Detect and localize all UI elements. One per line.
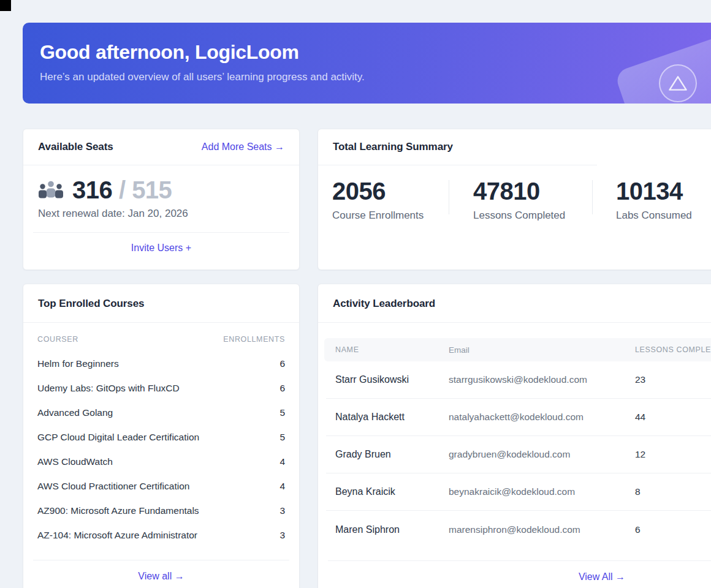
course-enrollments-count: 6 bbox=[279, 358, 285, 369]
course-enrollments-count: 6 bbox=[279, 383, 285, 394]
invite-users-link[interactable]: Invite Users + bbox=[131, 243, 191, 253]
stat-label: Lessons Completed bbox=[473, 209, 592, 222]
greeting-banner: Good afternoon, LogicLoom Here’s an upda… bbox=[23, 23, 711, 104]
seats-count-line: 316 / 515 bbox=[38, 178, 284, 202]
leaderboard-list: Starr Gusikowski starrgusikowski@kodeklo… bbox=[326, 361, 711, 548]
course-row: AWS CloudWatch 4 bbox=[37, 450, 285, 474]
column-email: Email bbox=[449, 345, 635, 355]
stat-value: 2056 bbox=[332, 179, 449, 203]
user-name: Maren Siphron bbox=[326, 524, 449, 535]
course-enrollments-count: 4 bbox=[279, 456, 285, 467]
column-name: NAME bbox=[324, 345, 449, 354]
seats-body: 316 / 515 Next renewal date: Jan 20, 202… bbox=[23, 165, 299, 220]
leaderboard-row: Starr Gusikowski starrgusikowski@kodeklo… bbox=[326, 361, 711, 399]
course-enrollments-count: 3 bbox=[279, 505, 285, 516]
arrow-right-icon: → bbox=[175, 571, 184, 581]
course-row: Udemy Labs: GitOps with FluxCD 6 bbox=[37, 376, 285, 401]
course-name: AWS Cloud Practitioner Certification bbox=[37, 481, 189, 492]
renewal-date-text: Next renewal date: Jan 20, 2026 bbox=[38, 208, 284, 220]
user-name: Grady Bruen bbox=[326, 449, 449, 460]
leaderboard-row: Maren Siphron marensiphron@kodekloud.com… bbox=[326, 511, 711, 548]
user-name: Natalya Hackett bbox=[326, 412, 449, 423]
triangle-icon bbox=[660, 65, 696, 102]
column-course: COURSER bbox=[37, 335, 78, 344]
user-email: starrgusikowski@kodekloud.com bbox=[449, 374, 635, 385]
top-courses-title: Top Enrolled Courses bbox=[38, 298, 144, 310]
course-name: GCP Cloud Digital Leader Certification bbox=[37, 432, 199, 443]
stat-lessons-completed: 47810 Lessons Completed bbox=[449, 179, 592, 222]
seats-total: 515 bbox=[132, 176, 172, 203]
add-more-seats-link[interactable]: Add More Seats → bbox=[202, 141, 284, 153]
course-row: AZ-104: Microsoft Azure Administrator 3 bbox=[37, 523, 285, 548]
leaderboard-view-all-wrap: View All → bbox=[318, 561, 711, 582]
stat-label: Labs Consumed bbox=[616, 209, 692, 222]
stat-course-enrollments: 2056 Course Enrollments bbox=[332, 179, 449, 222]
course-name: Advanced Golang bbox=[37, 407, 113, 418]
course-row: GCP Cloud Digital Leader Certification 5 bbox=[37, 425, 285, 450]
user-email: marensiphron@kodekloud.com bbox=[449, 524, 635, 535]
stat-label: Course Enrollments bbox=[332, 209, 449, 222]
stat-value: 47810 bbox=[473, 179, 592, 203]
course-row: AZ900: Microsoft Azure Fundamentals 3 bbox=[37, 499, 285, 523]
seats-ratio: 316 / 515 bbox=[72, 178, 172, 202]
users-group-icon bbox=[38, 180, 64, 200]
course-enrollments-count: 5 bbox=[279, 432, 285, 443]
course-enrollments-count: 3 bbox=[279, 530, 285, 541]
learning-summary-title: Total Learning Summary bbox=[333, 141, 453, 153]
stat-value: 10134 bbox=[616, 179, 692, 203]
top-courses-list: Helm for Beginners 6 Udemy Labs: GitOps … bbox=[37, 352, 285, 548]
top-courses-columns: COURSER ENROLLMENTS bbox=[37, 335, 285, 344]
course-row: Advanced Golang 5 bbox=[37, 401, 285, 425]
add-more-seats-label: Add More Seats bbox=[202, 141, 272, 152]
arrow-right-icon: → bbox=[275, 141, 284, 152]
course-enrollments-count: 4 bbox=[279, 481, 285, 492]
view-all-label: View All bbox=[579, 571, 613, 582]
user-lessons-completed: 6 bbox=[635, 524, 711, 535]
course-name: AZ900: Microsoft Azure Fundamentals bbox=[37, 505, 199, 516]
user-name: Beyna Kraicik bbox=[326, 486, 449, 497]
corner-artifact bbox=[0, 0, 11, 11]
leaderboard-view-all-link[interactable]: View All → bbox=[579, 571, 625, 582]
logo-play-icon bbox=[659, 64, 697, 102]
available-seats-card: Available Seats Add More Seats → 316 / 5… bbox=[23, 129, 300, 270]
courses-view-all-wrap: View all → bbox=[23, 560, 299, 582]
plus-icon: + bbox=[186, 243, 191, 253]
learning-summary-header: Total Learning Summary bbox=[318, 129, 711, 165]
course-name: AZ-104: Microsoft Azure Administrator bbox=[37, 530, 197, 541]
leaderboard-columns: NAME Email LESSONS COMPLETED bbox=[324, 338, 711, 361]
top-courses-body: COURSER ENROLLMENTS Helm for Beginners 6… bbox=[23, 335, 299, 548]
invite-users-wrap: Invite Users + bbox=[23, 233, 299, 254]
top-courses-header: Top Enrolled Courses bbox=[23, 284, 299, 323]
column-lessons-completed: LESSONS COMPLETED bbox=[635, 345, 711, 354]
leaderboard-title: Activity Leaderboard bbox=[333, 298, 435, 310]
course-row: AWS Cloud Practitioner Certification 4 bbox=[37, 474, 285, 499]
course-name: Udemy Labs: GitOps with FluxCD bbox=[37, 383, 180, 394]
course-enrollments-count: 5 bbox=[279, 407, 285, 418]
user-lessons-completed: 12 bbox=[635, 449, 711, 460]
leaderboard-row: Grady Bruen gradybruen@kodekloud.com 12 bbox=[326, 436, 711, 473]
view-all-label: View all bbox=[138, 571, 172, 581]
leaderboard-row: Beyna Kraicik beynakraicik@kodekloud.com… bbox=[326, 473, 711, 511]
available-seats-title: Available Seats bbox=[38, 141, 113, 153]
seats-slash: / bbox=[119, 176, 126, 203]
user-email: beynakraicik@kodekloud.com bbox=[449, 486, 635, 497]
user-lessons-completed: 8 bbox=[635, 486, 711, 497]
course-name: Helm for Beginners bbox=[37, 358, 119, 369]
top-courses-card: Top Enrolled Courses COURSER ENROLLMENTS… bbox=[23, 284, 300, 588]
stat-labs-consumed: 10134 Labs Consumed bbox=[593, 179, 692, 222]
courses-view-all-link[interactable]: View all → bbox=[138, 571, 184, 581]
user-email: natalyahackett@kodekloud.com bbox=[449, 412, 635, 423]
user-lessons-completed: 44 bbox=[635, 412, 711, 423]
user-lessons-completed: 23 bbox=[635, 374, 711, 385]
leaderboard-row: Natalya Hackett natalyahackett@kodekloud… bbox=[326, 399, 711, 436]
greeting-title: Good afternoon, LogicLoom bbox=[40, 41, 711, 64]
summary-stats-row: 2056 Course Enrollments 47810 Lessons Co… bbox=[318, 165, 711, 222]
user-email: gradybruen@kodekloud.com bbox=[449, 449, 635, 460]
available-seats-header: Available Seats Add More Seats → bbox=[23, 129, 299, 165]
leaderboard-card: Activity Leaderboard NAME Email LESSONS … bbox=[317, 284, 711, 588]
arrow-right-icon: → bbox=[615, 571, 625, 582]
course-name: AWS CloudWatch bbox=[37, 456, 113, 467]
dashboard-page: { "banner": { "greeting": "Good afternoo… bbox=[0, 0, 711, 588]
learning-summary-card: Total Learning Summary 2056 Course Enrol… bbox=[317, 129, 711, 270]
user-name: Starr Gusikowski bbox=[326, 374, 449, 385]
